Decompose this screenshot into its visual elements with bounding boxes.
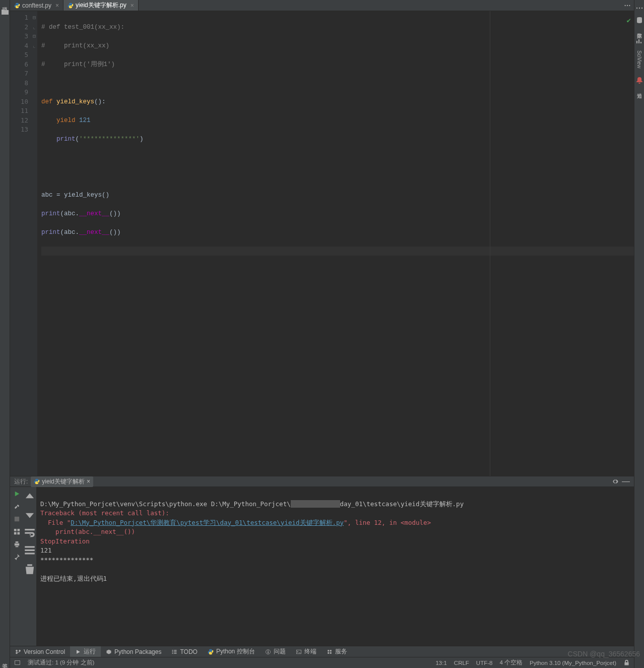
line-gutter: 12345678910111213 [10, 11, 31, 476]
sciview-tool[interactable]: SciView [636, 47, 642, 71]
tab-services[interactable]: 服务 [321, 646, 352, 657]
python-icon [68, 3, 74, 9]
python-icon [14, 3, 20, 9]
svg-point-8 [638, 8, 639, 9]
svg-rect-6 [15, 660, 20, 664]
python-icon [208, 649, 214, 655]
svg-point-1 [627, 5, 628, 6]
run-tab[interactable]: yieid关键字解析 × [31, 476, 93, 487]
tab-vcs[interactable]: Version Control [10, 646, 70, 657]
pin-icon[interactable] [13, 553, 21, 561]
indent[interactable]: 4 个空格 [499, 659, 523, 666]
tab-label: conftest.py [22, 2, 51, 9]
run-toolbar [10, 487, 23, 646]
scroll-icon[interactable] [23, 544, 36, 558]
notifications-tool[interactable]: 通知 [636, 86, 643, 92]
terminal-icon [296, 649, 302, 655]
tab-problems[interactable]: 问题 [260, 646, 291, 657]
tab-label: yieid关键字解析.py [76, 1, 126, 10]
bell-icon[interactable] [635, 76, 643, 84]
more-icon[interactable] [635, 4, 643, 12]
print-icon[interactable] [13, 540, 21, 548]
file-link[interactable]: D:\My_Python_Porjcet\华测教育\pytest学习\day_0… [71, 519, 344, 526]
database-icon[interactable] [635, 16, 643, 24]
info-icon [265, 649, 271, 655]
stop-icon[interactable] [13, 515, 21, 523]
down-icon[interactable] [23, 508, 36, 521]
interpreter[interactable]: Python 3.10 (My_Python_Porjcet) [530, 660, 616, 666]
svg-rect-5 [296, 650, 301, 654]
gear-icon[interactable] [612, 478, 619, 485]
package-icon [106, 649, 112, 655]
tab-run[interactable]: 运行 [70, 646, 101, 657]
encoding[interactable]: UTF-8 [476, 660, 493, 666]
more-icon[interactable] [624, 2, 631, 9]
bottom-tabs: Version Control 运行 Python Packages TODO … [10, 646, 634, 657]
line-separator[interactable]: CRLF [454, 660, 469, 666]
branch-icon [15, 649, 21, 655]
cursor-position[interactable]: 13:1 [435, 660, 446, 666]
console-toolbar [23, 487, 36, 646]
python-icon [34, 478, 40, 484]
console-output[interactable]: D:\My_Python_Porjcet\venv\Scripts\python… [36, 487, 634, 646]
up-icon[interactable] [23, 490, 36, 503]
svg-rect-3 [14, 517, 19, 521]
right-sidebar: 数据库 SciView 通知 [634, 0, 644, 668]
tab-todo[interactable]: TODO [166, 646, 202, 657]
todo-icon [171, 649, 177, 655]
svg-point-2 [629, 5, 630, 6]
svg-point-0 [624, 5, 625, 6]
run-label: 运行: [14, 477, 28, 486]
project-tool[interactable]: 项目 [1, 0, 9, 6]
close-icon[interactable]: × [55, 2, 59, 9]
status-bar: 测试通过: 1 (9 分钟 之前) 13:1 CRLF UTF-8 4 个空格 … [10, 657, 634, 668]
tab-conftest[interactable]: conftest.py × [10, 0, 63, 11]
sciview-icon[interactable] [635, 37, 643, 45]
editor[interactable]: 12345678910111213 ⊟⌞⊟⌞ # def test_001(xx… [10, 11, 634, 476]
code-area[interactable]: # def test_001(xx_xx): # print(xx_xx) # … [37, 11, 634, 476]
lock-icon[interactable] [623, 659, 630, 666]
inspection-ok-icon[interactable]: ✔ [627, 16, 631, 26]
tool-icon[interactable] [13, 503, 21, 510]
left-sidebar: 项目 书签 结构 [0, 0, 10, 668]
editor-tabs: conftest.py × yieid关键字解析.py × [10, 0, 634, 11]
svg-point-7 [636, 8, 637, 9]
services-icon [327, 649, 333, 655]
rerun-icon[interactable] [13, 490, 21, 498]
fold-gutter[interactable]: ⊟⌞⊟⌞ [31, 11, 37, 476]
tab-pyconsole[interactable]: Python 控制台 [203, 646, 260, 657]
tab-terminal[interactable]: 终端 [291, 646, 321, 657]
status-icon[interactable] [14, 659, 21, 666]
minimize-icon[interactable]: — [622, 477, 630, 486]
bookmarks-tool[interactable]: 书签 [1, 656, 9, 662]
close-icon[interactable]: × [87, 478, 90, 485]
run-header: 运行: yieid关键字解析 × — [10, 476, 634, 487]
tab-packages[interactable]: Python Packages [101, 646, 166, 657]
structure-tool[interactable]: 结构 [1, 662, 9, 668]
wrap-icon[interactable] [23, 526, 36, 539]
svg-point-9 [641, 8, 642, 9]
play-icon [75, 649, 81, 655]
svg-point-10 [637, 17, 642, 19]
layout-icon[interactable] [13, 528, 21, 535]
folder-icon[interactable] [1, 8, 9, 16]
test-status[interactable]: 测试通过: 1 (9 分钟 之前) [28, 659, 94, 666]
run-panel: D:\My_Python_Porjcet\venv\Scripts\python… [10, 487, 634, 646]
tab-yield[interactable]: yieid关键字解析.py × [63, 0, 139, 11]
database-tool[interactable]: 数据库 [636, 26, 643, 32]
close-icon[interactable]: × [131, 2, 134, 9]
trash-icon[interactable] [23, 563, 36, 576]
right-margin [490, 11, 490, 476]
